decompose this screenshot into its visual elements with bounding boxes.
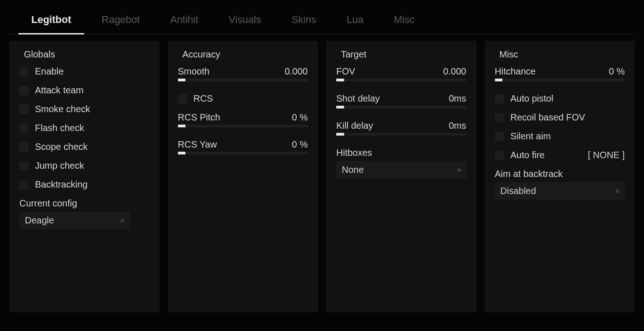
aim-backtrack-label: Aim at backtrack [495, 169, 625, 179]
kill-delay-slider[interactable] [336, 133, 466, 136]
checkbox-label: Enable [35, 66, 63, 77]
auto-fire-keybind[interactable]: [ NONE ] [588, 150, 625, 160]
checkbox-label: Recoil based FOV [511, 112, 585, 123]
checkbox-box [19, 180, 29, 189]
checkbox-box [19, 161, 29, 171]
smooth-label: Smooth [178, 66, 210, 77]
checkbox-label: Silent aim [511, 131, 551, 142]
fov-label: FOV [336, 66, 355, 77]
shot-delay-slider[interactable] [336, 106, 466, 108]
rcs-yaw-label: RCS Yaw [178, 139, 217, 150]
tab-lua[interactable]: Lua [334, 9, 376, 34]
checkbox-rcs[interactable]: RCS [178, 93, 308, 104]
tab-skins[interactable]: Skins [279, 9, 329, 34]
checkbox-box [19, 143, 29, 152]
tab-visuals[interactable]: Visuals [216, 9, 274, 34]
checkbox-label: Auto fire [511, 150, 545, 160]
hitchance-label: Hitchance [495, 66, 536, 77]
checkbox-flash-check[interactable]: Flash check [19, 123, 150, 133]
checkbox-box [19, 86, 29, 95]
checkbox-box [19, 67, 29, 76]
rcs-yaw-value: 0 % [292, 139, 308, 150]
checkbox-box [178, 94, 187, 103]
current-config-label: Current config [19, 198, 150, 209]
checkbox-smoke-check[interactable]: Smoke check [19, 104, 150, 114]
shot-delay-value: 0ms [449, 93, 466, 104]
fov-value: 0.000 [443, 66, 466, 77]
checkbox-box [19, 124, 29, 133]
checkbox-box [495, 113, 504, 122]
checkbox-label: Attack team [35, 85, 84, 96]
checkbox-label: Backtracking [35, 179, 88, 190]
checkbox-attack-team[interactable]: Attack team [19, 85, 150, 96]
checkbox-label: Jump check [35, 160, 84, 171]
dropdown-indicator-icon [121, 219, 124, 223]
kill-delay-value: 0ms [449, 120, 466, 131]
rcs-pitch-slider[interactable] [178, 125, 308, 127]
rcs-pitch-label: RCS Pitch [178, 112, 220, 123]
select-value: Disabled [500, 186, 536, 196]
panel-title-globals: Globals [24, 49, 150, 60]
kill-delay-label: Kill delay [336, 120, 373, 131]
checkbox-box [495, 151, 504, 160]
checkbox-box [19, 105, 29, 114]
current-config-select[interactable]: Deagle [19, 211, 130, 229]
smooth-value: 0.000 [285, 66, 308, 77]
checkbox-recoil-fov[interactable]: Recoil based FOV [495, 112, 625, 123]
fov-slider[interactable] [336, 79, 466, 81]
panel-globals: Globals Enable Attack team Smoke check F… [9, 41, 160, 312]
hitchance-value: 0 % [609, 66, 625, 77]
dropdown-indicator-icon [615, 189, 619, 193]
checkbox-label: RCS [194, 93, 213, 104]
aim-backtrack-select[interactable]: Disabled [495, 182, 625, 200]
panel-title-accuracy: Accuracy [183, 49, 308, 60]
tab-bar: Legitbot Ragebot Antihit Visuals Skins L… [9, 9, 635, 34]
checkbox-auto-fire[interactable]: Auto fire [495, 150, 545, 160]
panel-misc: Misc Hitchance 0 % Auto pistol Recoil ba… [485, 41, 635, 312]
checkbox-label: Flash check [35, 123, 84, 133]
checkbox-label: Auto pistol [511, 93, 553, 104]
tab-misc[interactable]: Misc [381, 9, 427, 34]
tab-antihit[interactable]: Antihit [157, 9, 211, 34]
select-value: None [342, 165, 364, 175]
dropdown-indicator-icon [457, 168, 461, 172]
checkbox-box [495, 94, 504, 103]
checkbox-label: Scope check [35, 142, 88, 152]
panel-accuracy: Accuracy Smooth 0.000 RCS RCS Pitch 0 % … [168, 41, 318, 312]
checkbox-silent-aim[interactable]: Silent aim [495, 131, 625, 142]
hitboxes-select[interactable]: None [336, 161, 466, 179]
tab-ragebot[interactable]: Ragebot [89, 9, 153, 34]
checkbox-scope-check[interactable]: Scope check [19, 142, 150, 152]
checkbox-box [495, 132, 504, 141]
panel-target: Target FOV 0.000 Shot delay 0ms Kill del… [326, 41, 477, 312]
select-value: Deagle [25, 215, 54, 226]
hitboxes-label: Hitboxes [336, 148, 466, 158]
hitchance-slider[interactable] [495, 79, 625, 81]
checkbox-enable[interactable]: Enable [19, 66, 150, 77]
tab-legitbot[interactable]: Legitbot [18, 9, 84, 34]
checkbox-jump-check[interactable]: Jump check [19, 160, 150, 171]
checkbox-label: Smoke check [35, 104, 90, 114]
checkbox-backtracking[interactable]: Backtracking [19, 179, 150, 190]
panel-title-misc: Misc [500, 49, 625, 60]
smooth-slider[interactable] [178, 79, 308, 81]
rcs-pitch-value: 0 % [292, 112, 308, 123]
checkbox-auto-pistol[interactable]: Auto pistol [495, 93, 625, 104]
shot-delay-label: Shot delay [336, 93, 380, 104]
panel-title-target: Target [341, 49, 466, 60]
rcs-yaw-slider[interactable] [178, 152, 308, 154]
